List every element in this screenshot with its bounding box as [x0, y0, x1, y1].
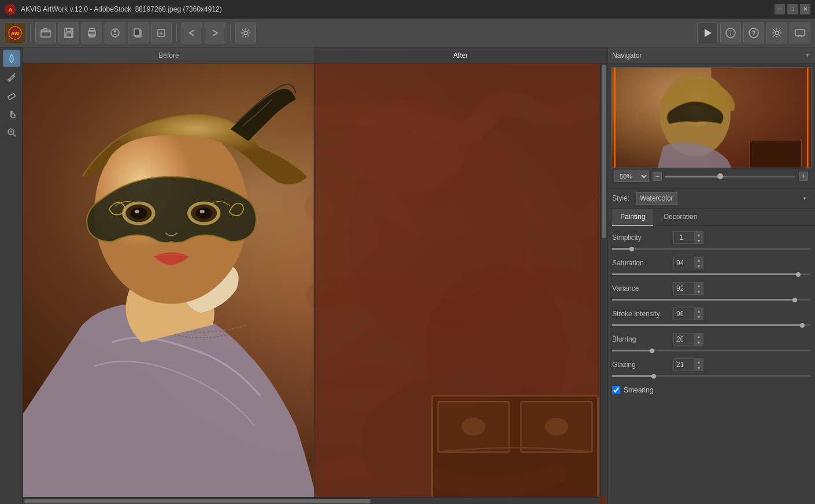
- smearing-label[interactable]: Smearing: [624, 386, 653, 394]
- variance-spinbox[interactable]: ▲ ▼: [673, 282, 703, 295]
- logo-button[interactable]: AW: [5, 23, 25, 43]
- svg-rect-57: [750, 140, 801, 168]
- navigator-content: 50% 25% 75% 100% − +: [607, 64, 815, 188]
- play-button[interactable]: [697, 23, 718, 43]
- before-tab[interactable]: Before: [23, 47, 315, 63]
- variance-slider-row: [612, 298, 810, 302]
- zoom-plus-button[interactable]: +: [799, 172, 808, 181]
- glazing-thumb[interactable]: [651, 374, 656, 379]
- canvas-scrollbar-horizontal[interactable]: [23, 497, 600, 504]
- simplicity-up[interactable]: ▲: [695, 232, 703, 238]
- chat-button[interactable]: [790, 23, 810, 43]
- svg-point-17: [244, 31, 247, 35]
- canvas-viewport[interactable]: [23, 64, 607, 504]
- svg-text:+: +: [160, 30, 163, 36]
- tool-zoom[interactable]: [3, 124, 20, 141]
- simplicity-down[interactable]: ▼: [695, 238, 703, 243]
- glazing-slider[interactable]: [612, 375, 810, 377]
- info-button[interactable]: i: [720, 23, 741, 43]
- zoom-select[interactable]: 50% 25% 75% 100%: [614, 171, 649, 182]
- help-button[interactable]: ?: [743, 23, 764, 43]
- open-button[interactable]: [35, 23, 56, 43]
- canvas-scroll-thumb-v[interactable]: [602, 65, 606, 238]
- tool-brush[interactable]: [3, 68, 20, 86]
- tab-decoration[interactable]: Decoration: [655, 209, 705, 226]
- toolbar-sep-1: [30, 24, 31, 42]
- saturation-arrows: ▲ ▼: [694, 257, 703, 269]
- smearing-checkbox[interactable]: [612, 386, 620, 394]
- blurring-input[interactable]: [674, 334, 694, 344]
- zoom-minus-button[interactable]: −: [653, 172, 662, 181]
- minimize-button[interactable]: ─: [775, 4, 785, 14]
- saturation-up[interactable]: ▲: [695, 257, 703, 263]
- stroke-intensity-up[interactable]: ▲: [695, 308, 703, 314]
- blurring-slider[interactable]: [612, 350, 810, 351]
- canvas-scroll-thumb-h[interactable]: [24, 499, 371, 503]
- style-select[interactable]: Watercolor Oil Gouache Pastel Comics Pen…: [636, 192, 677, 205]
- back-button[interactable]: [181, 23, 202, 43]
- blurring-down[interactable]: ▼: [695, 339, 703, 345]
- batch-button[interactable]: [105, 23, 125, 43]
- svg-rect-14: [134, 29, 140, 36]
- simplicity-spinbox[interactable]: ▲ ▼: [673, 231, 703, 244]
- stroke-intensity-thumb[interactable]: [800, 323, 805, 328]
- glazing-up[interactable]: ▲: [695, 359, 703, 365]
- zoom-slider[interactable]: [665, 176, 795, 177]
- simplicity-thumb[interactable]: [629, 247, 634, 251]
- svg-text:AW: AW: [11, 31, 20, 36]
- svg-point-23: [775, 31, 779, 35]
- variance-thumb[interactable]: [792, 298, 797, 302]
- variance-input[interactable]: [674, 283, 694, 294]
- after-tab[interactable]: After: [315, 47, 607, 63]
- save-button[interactable]: [58, 23, 79, 43]
- preferences-button[interactable]: [235, 23, 256, 43]
- copy-button[interactable]: [128, 23, 149, 43]
- stroke-intensity-label: Stroke Intensity: [612, 310, 670, 318]
- variance-up[interactable]: ▲: [695, 283, 703, 288]
- tool-watercolor[interactable]: [3, 50, 20, 67]
- simplicity-input[interactable]: [674, 232, 694, 243]
- stroke-intensity-down[interactable]: ▼: [695, 314, 703, 320]
- saturation-spinbox[interactable]: ▲ ▼: [673, 257, 703, 269]
- forward-button[interactable]: [205, 23, 225, 43]
- print-button[interactable]: [82, 23, 102, 43]
- saturation-slider[interactable]: [612, 273, 810, 275]
- glazing-spinbox[interactable]: ▲ ▼: [673, 358, 703, 371]
- blurring-spinbox[interactable]: ▲ ▼: [673, 333, 703, 346]
- left-toolbar: [0, 47, 23, 504]
- simplicity-slider[interactable]: [612, 248, 810, 250]
- svg-rect-9: [90, 28, 94, 31]
- stroke-intensity-fill: [612, 324, 802, 326]
- variance-down[interactable]: ▼: [695, 288, 703, 294]
- glazing-down[interactable]: ▼: [695, 365, 703, 370]
- glazing-slider-row: [612, 374, 810, 379]
- blurring-thumb[interactable]: [650, 349, 654, 353]
- tool-eraser[interactable]: [3, 87, 20, 104]
- saturation-input[interactable]: [674, 258, 694, 268]
- saturation-fill: [612, 273, 798, 275]
- close-button[interactable]: ✕: [800, 4, 810, 14]
- stroke-intensity-input[interactable]: [674, 309, 694, 319]
- new-button[interactable]: +: [151, 23, 172, 43]
- canvas-scrollbar-vertical[interactable]: [600, 64, 607, 497]
- maximize-button[interactable]: □: [787, 4, 798, 14]
- zoom-slider-thumb[interactable]: [717, 173, 723, 179]
- tab-painting[interactable]: Painting: [612, 209, 653, 226]
- svg-text:?: ?: [752, 29, 756, 36]
- navigator-section: Navigator ▼: [607, 47, 815, 188]
- variance-arrows: ▲ ▼: [694, 283, 703, 294]
- stroke-intensity-spinbox[interactable]: ▲ ▼: [673, 307, 703, 320]
- settings-button[interactable]: [766, 23, 787, 43]
- saturation-thumb[interactable]: [796, 272, 801, 277]
- style-select-wrapper: Watercolor Oil Gouache Pastel Comics Pen…: [636, 192, 810, 205]
- navigator-header[interactable]: Navigator ▼: [607, 47, 815, 64]
- saturation-down[interactable]: ▼: [695, 263, 703, 269]
- style-section: Style: Watercolor Oil Gouache Pastel Com…: [607, 188, 815, 209]
- blurring-up[interactable]: ▲: [695, 333, 703, 339]
- glazing-input[interactable]: [674, 360, 694, 370]
- tool-hand[interactable]: [3, 105, 20, 123]
- navigator-thumbnail[interactable]: [611, 67, 812, 168]
- stroke-intensity-slider[interactable]: [612, 324, 810, 326]
- variance-slider[interactable]: [612, 299, 810, 301]
- glazing-label: Glazing: [612, 361, 670, 369]
